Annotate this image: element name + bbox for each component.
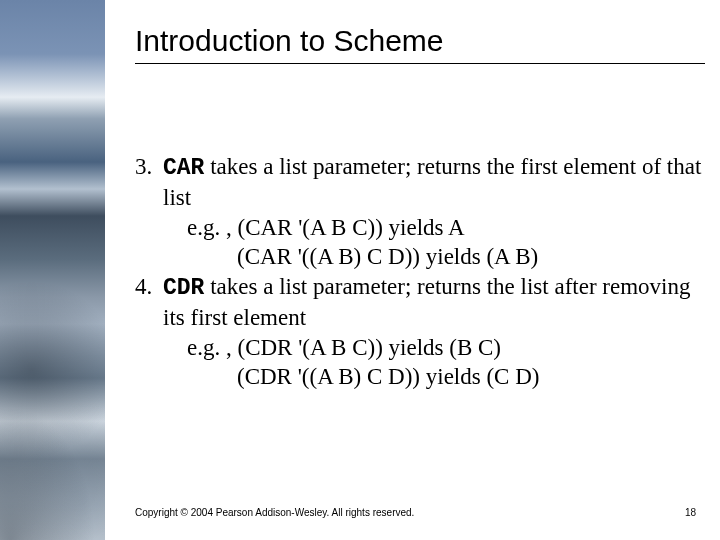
slide-title: Introduction to Scheme	[135, 24, 444, 58]
slide-body: 3. CAR takes a list parameter; returns t…	[135, 152, 705, 392]
example-code: (CAR '((A B) C D)) yields (A B)	[237, 244, 538, 269]
example-code: (CAR '(A B C)) yields A	[237, 215, 464, 240]
example-code: (CDR '(A B C)) yields (B C)	[237, 335, 501, 360]
example-code: (CDR '((A B) C D)) yields (C D)	[237, 364, 539, 389]
slide: Introduction to Scheme 3. CAR takes a li…	[0, 0, 720, 540]
item-desc: takes a list parameter; returns the firs…	[163, 154, 701, 210]
item-desc: takes a list parameter; returns the list…	[163, 274, 690, 330]
example-line: (CDR '((A B) C D)) yields (C D)	[237, 362, 705, 391]
list-item: 4. CDR takes a list parameter; returns t…	[135, 272, 705, 333]
sidebar-mountain-image	[0, 0, 105, 540]
item-number: 3.	[135, 152, 163, 213]
keyword-cdr: CDR	[163, 275, 204, 301]
item-number: 4.	[135, 272, 163, 333]
example-line: e.g. , (CDR '(A B C)) yields (B C)	[187, 333, 705, 362]
footer-page-number: 18	[685, 507, 696, 518]
example-intro: e.g. ,	[187, 215, 237, 240]
example-line: (CAR '((A B) C D)) yields (A B)	[237, 242, 705, 271]
item-text: CAR takes a list parameter; returns the …	[163, 152, 705, 213]
title-underline	[135, 63, 705, 64]
list-item: 3. CAR takes a list parameter; returns t…	[135, 152, 705, 213]
footer-copyright: Copyright © 2004 Pearson Addison-Wesley.…	[135, 507, 414, 518]
keyword-car: CAR	[163, 155, 204, 181]
item-text: CDR takes a list parameter; returns the …	[163, 272, 705, 333]
example-line: e.g. , (CAR '(A B C)) yields A	[187, 213, 705, 242]
example-intro: e.g. ,	[187, 335, 237, 360]
